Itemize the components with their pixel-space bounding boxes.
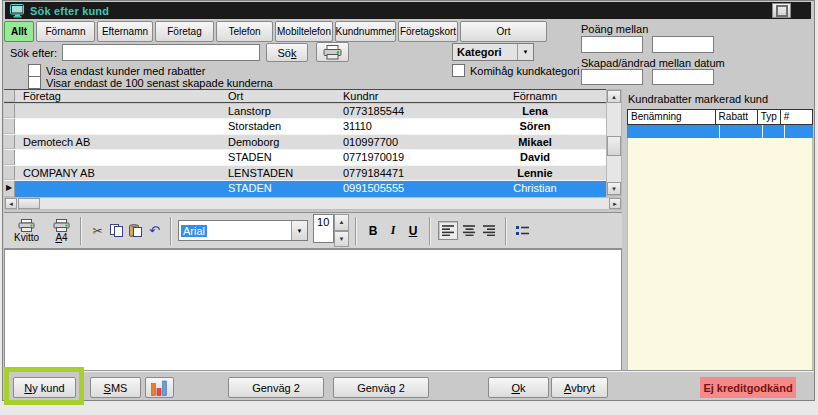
paste-button[interactable] <box>127 222 144 239</box>
editor-toolbar: Kvitto A4 ✂ ↶ <box>4 212 622 249</box>
notes-editor[interactable] <box>4 249 622 371</box>
size-down-button[interactable]: ▼ <box>334 231 349 248</box>
undo-icon: ↶ <box>149 223 160 238</box>
tab-fornamn[interactable]: Förnamn <box>36 21 95 42</box>
italic-button[interactable]: I <box>384 222 402 239</box>
font-family-select[interactable]: Arial ▼ <box>178 220 308 241</box>
tab-foretag[interactable]: Företag <box>155 21 214 42</box>
align-left-button[interactable] <box>438 221 458 240</box>
scroll-up-button[interactable]: ▲ <box>607 90 621 103</box>
cancel-button[interactable]: Avbryt <box>551 377 608 398</box>
highlight-box <box>4 367 84 405</box>
tab-foretagskort[interactable]: Företagskort <box>398 21 458 42</box>
credit-status-badge: Ej kreditgodkänd <box>700 377 796 398</box>
bar-chart-icon <box>151 380 168 396</box>
scroll-right-button[interactable]: ► <box>609 198 621 209</box>
discount-table-header: Benämning Rabatt Typ # <box>627 109 813 125</box>
table-row[interactable]: Lanstorp 0773185544 Lena <box>4 104 606 120</box>
print-receipt-button[interactable]: Kvitto <box>10 218 43 244</box>
scroll-left-button[interactable]: ◄ <box>5 198 17 209</box>
discount-table: Benämning Rabatt Typ # <box>627 109 813 138</box>
bullet-list-icon <box>516 225 530 236</box>
vscroll-thumb[interactable] <box>607 136 621 156</box>
print-a4-button[interactable]: A4 <box>49 218 74 244</box>
shortcut-2b-button[interactable]: Genväg 2 <box>333 377 429 398</box>
arrow-up-icon: ▲ <box>339 219 345 225</box>
chevron-down-icon[interactable]: ▼ <box>517 44 533 60</box>
arrow-left-icon: ◄ <box>8 201 14 207</box>
customer-table-header: Företag Ort Kundnr Förnamn <box>4 89 622 103</box>
font-size-value[interactable]: 10 <box>313 214 334 243</box>
col-fornamn[interactable]: Förnamn <box>447 90 623 102</box>
tab-telefon[interactable]: Telefon <box>216 21 273 42</box>
table-row[interactable]: Storstaden 31110 Sören <box>4 119 606 135</box>
scroll-down-button[interactable]: ▼ <box>607 182 621 195</box>
checkbox-box[interactable] <box>452 64 465 77</box>
tab-ort[interactable]: Ort <box>460 21 547 42</box>
created-to-input[interactable] <box>652 69 714 85</box>
col-typ[interactable]: Typ <box>757 109 780 125</box>
col-kundnr[interactable]: Kundnr <box>339 90 447 102</box>
points-from-input[interactable] <box>581 36 643 53</box>
col-ort[interactable]: Ort <box>224 90 339 102</box>
align-center-icon <box>463 225 476 236</box>
col-benamning[interactable]: Benämning <box>627 109 715 125</box>
search-input[interactable] <box>62 44 260 61</box>
font-size-stepper: 10 ▲ ▼ <box>313 214 349 247</box>
bold-button[interactable]: B <box>364 222 382 239</box>
col-foretag[interactable]: Företag <box>15 90 224 102</box>
discount-row-selected[interactable] <box>627 125 813 138</box>
title-bar: Sök efter kund <box>5 2 811 19</box>
points-to-input[interactable] <box>652 36 714 53</box>
print-button[interactable] <box>316 42 349 62</box>
size-up-button[interactable]: ▲ <box>334 214 349 231</box>
bullet-list-button[interactable] <box>514 222 532 239</box>
col-rabatt[interactable]: Rabatt <box>715 109 757 125</box>
table-row[interactable]: Demotech AB Demoborg 010997700 Mikael <box>4 135 606 151</box>
remember-category-checkbox[interactable]: Komihåg kundkategori <box>452 64 579 77</box>
sms-button[interactable]: SMS <box>90 377 141 398</box>
align-right-button[interactable] <box>480 222 498 239</box>
search-label: Sök efter: <box>10 47 57 59</box>
discount-panel-title: Kundrabatter markerad kund <box>628 93 768 105</box>
cut-button[interactable]: ✂ <box>89 222 106 239</box>
category-select[interactable]: Kategori ▼ <box>452 43 534 61</box>
hscroll-thumb[interactable] <box>18 198 40 209</box>
align-right-icon <box>483 225 496 236</box>
printer-icon <box>323 45 342 60</box>
underline-button[interactable]: U <box>404 222 422 239</box>
table-row-selected[interactable]: ▶ STADEN 0991505555 Christian <box>4 181 606 197</box>
search-mode-tabs: Allt Förnamn Efternamn Företag Telefon M… <box>4 21 547 42</box>
table-hscrollbar[interactable]: ◄ ► <box>4 197 622 210</box>
shortcut-2-button[interactable]: Genväg 2 <box>228 377 324 398</box>
search-button[interactable]: Sök <box>266 43 308 62</box>
tab-efternamn[interactable]: Efternamn <box>97 21 153 42</box>
tab-allt[interactable]: Allt <box>4 21 34 42</box>
footer-divider <box>4 370 814 372</box>
undo-button[interactable]: ↶ <box>146 222 163 239</box>
printer-icon <box>18 219 35 232</box>
scissors-icon: ✂ <box>92 224 102 238</box>
discount-panel <box>627 109 813 372</box>
table-row[interactable]: STADEN 0771970019 David <box>4 150 606 166</box>
row-marker-icon: ▶ <box>4 181 15 197</box>
table-vscrollbar[interactable]: ▲ ▼ <box>606 89 622 196</box>
maximize-icon <box>776 5 788 17</box>
table-row[interactable]: COMPANY AB LENSTADEN 0779184471 Lennie <box>4 166 606 182</box>
align-left-icon <box>442 225 455 236</box>
tab-mobiltelefon[interactable]: Mobiltelefon <box>275 21 333 42</box>
tab-kundnummer[interactable]: Kundnummer <box>335 21 396 42</box>
category-value: Kategori <box>457 46 502 58</box>
statistics-button[interactable] <box>145 377 174 398</box>
created-from-input[interactable] <box>581 69 643 85</box>
copy-button[interactable] <box>108 222 125 239</box>
checkbox-box[interactable] <box>28 76 41 89</box>
show-last-100-checkbox[interactable]: Visar endast de 100 senast skapade kunde… <box>28 76 273 89</box>
arrow-up-icon: ▲ <box>611 94 617 100</box>
maximize-button[interactable] <box>772 3 791 18</box>
ok-button[interactable]: Ok <box>488 377 549 398</box>
align-center-button[interactable] <box>460 222 478 239</box>
col-num[interactable]: # <box>780 109 813 125</box>
chevron-down-icon[interactable]: ▼ <box>291 221 307 240</box>
window-title: Sök efter kund <box>30 5 109 17</box>
